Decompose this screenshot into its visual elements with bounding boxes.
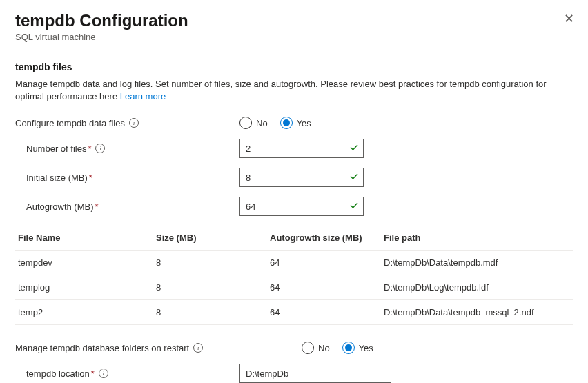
- num-files-input[interactable]: [239, 139, 364, 158]
- info-icon[interactable]: i: [95, 144, 105, 153]
- page-subtitle: SQL virtual machine: [15, 32, 573, 42]
- info-icon[interactable]: i: [129, 118, 139, 128]
- radio-on-icon: [280, 117, 293, 129]
- configure-radio-yes[interactable]: Yes: [280, 117, 311, 129]
- th-file-name: File Name: [15, 226, 153, 251]
- section-description: Manage tempdb data and log files. Set nu…: [15, 78, 573, 103]
- th-autogrowth: Autogrowth size (MB): [267, 226, 381, 251]
- info-icon[interactable]: i: [99, 369, 108, 378]
- table-cell: tempdev: [15, 251, 153, 275]
- table-cell: 64: [267, 300, 381, 325]
- learn-more-link[interactable]: Learn more: [120, 91, 166, 101]
- radio-off-icon: [302, 342, 314, 354]
- radio-yes-label: Yes: [297, 118, 311, 128]
- num-files-label: Number of files: [26, 144, 86, 154]
- init-size-label: Initial size (MB): [26, 173, 88, 183]
- radio-no-label: No: [256, 118, 268, 128]
- configure-radio-no[interactable]: No: [239, 117, 268, 129]
- table-cell: 8: [153, 300, 267, 325]
- page-title: tempdb Configuration: [15, 11, 573, 30]
- autogrowth-label: Autogrowth (MB): [26, 202, 94, 212]
- radio-off-icon: [239, 117, 252, 129]
- section-heading-files: tempdb files: [15, 61, 573, 72]
- table-cell: D:\tempDb\Log\tempdb.ldf: [381, 275, 573, 300]
- table-cell: 64: [267, 275, 381, 300]
- manage-folders-label: Manage tempdb database folders on restar…: [15, 343, 189, 353]
- table-row: temp2864D:\tempDb\Data\tempdb_mssql_2.nd…: [15, 300, 573, 325]
- table-header-row: File Name Size (MB) Autogrowth size (MB)…: [15, 226, 573, 251]
- table-row: tempdev864D:\tempDb\Data\tempdb.mdf: [15, 251, 573, 275]
- table-cell: temp2: [15, 300, 153, 325]
- section-description-text: Manage tempdb data and log files. Set nu…: [15, 79, 547, 101]
- th-size: Size (MB): [153, 226, 267, 251]
- close-icon[interactable]: ✕: [564, 11, 574, 26]
- radio-yes-label: Yes: [359, 343, 373, 353]
- table-cell: 64: [267, 251, 381, 275]
- manage-folders-radio-yes[interactable]: Yes: [342, 342, 373, 354]
- manage-folders-radio-no[interactable]: No: [302, 342, 330, 354]
- table-cell: 8: [153, 251, 267, 275]
- info-icon[interactable]: i: [193, 343, 203, 353]
- autogrowth-input[interactable]: [239, 197, 364, 216]
- table-row: templog864D:\tempDb\Log\tempdb.ldf: [15, 275, 573, 300]
- radio-on-icon: [342, 342, 355, 354]
- init-size-input[interactable]: [239, 168, 364, 187]
- tempdb-location-input[interactable]: [239, 364, 391, 383]
- table-cell: 8: [153, 275, 267, 300]
- files-table: File Name Size (MB) Autogrowth size (MB)…: [15, 226, 573, 325]
- table-cell: templog: [15, 275, 153, 300]
- required-asterisk: *: [91, 369, 95, 379]
- table-cell: D:\tempDb\Data\tempdb_mssql_2.ndf: [381, 300, 573, 325]
- tempdb-location-label: tempdb location: [26, 369, 90, 379]
- required-asterisk: *: [89, 173, 92, 183]
- required-asterisk: *: [88, 144, 91, 154]
- th-file-path: File path: [381, 226, 573, 251]
- radio-no-label: No: [318, 343, 330, 353]
- required-asterisk: *: [95, 202, 99, 212]
- table-cell: D:\tempDb\Data\tempdb.mdf: [381, 251, 573, 275]
- configure-label: Configure tempdb data files: [15, 118, 125, 128]
